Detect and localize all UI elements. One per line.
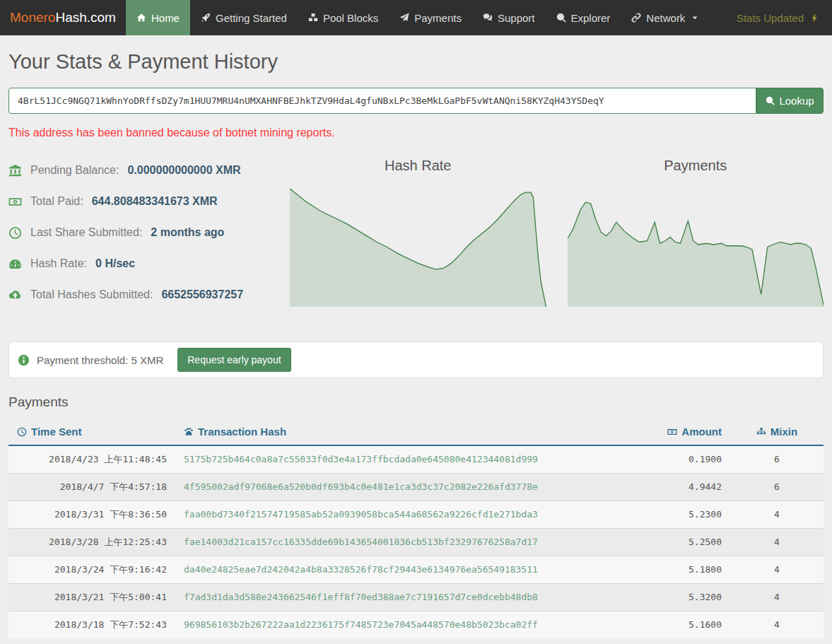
comments-icon [483,13,493,23]
payment-row: 2018/3/21 下午5:00:41 f7ad3d1da3d588e24366… [8,583,824,611]
nav-item-pool-blocks[interactable]: Pool Blocks [298,0,389,35]
time-sent-cell: 2018/3/18 下午7:52:43 [8,611,175,638]
mixin-cell: 4 [730,556,824,583]
stat-label: Total Hashes Submitted: [30,288,153,301]
time-sent-cell: 2018/3/31 下午8:36:50 [8,500,175,528]
transaction-hash-link[interactable]: fae14003d21ca157cc16335dde69b14365400183… [175,528,631,556]
stat-value: 2 months ago [151,226,224,239]
stat-last-share: Last Share Submitted: 2 months ago [8,217,290,248]
sitemap-icon [756,427,766,437]
stat-label: Last Share Submitted: [30,226,142,239]
home-icon [136,13,146,23]
amount-cell: 5.1600 [631,611,730,638]
search-icon [556,13,566,23]
nav-item-support[interactable]: Support [472,0,546,35]
transaction-hash-link[interactable]: f7ad3d1da3d588e243662546f1eff8f70ed388ae… [175,583,631,611]
stat-total-paid: Total Paid: 644.808483341673 XMR [8,186,290,217]
search-icon [766,96,775,105]
nav-label: Explorer [571,12,611,24]
amount-cell: 5.2300 [631,500,730,528]
stat-label: Total Paid: [30,195,83,208]
rocket-icon [201,13,211,23]
amount-cell: 5.1800 [631,556,730,583]
stats-list: Pending Balance: 0.000000000000 XMR Tota… [8,155,290,310]
hash-rate-chart [290,182,546,307]
table-header-row: Time Sent Transaction Hash Amount Mixin [8,419,824,445]
col-header-transaction-hash[interactable]: Transaction Hash [175,419,631,445]
stat-total-hashes: Total Hashes Submitted: 6652556937257 [8,279,290,310]
link-icon [631,13,641,23]
nav-item-home[interactable]: Home [126,0,190,35]
amount-cell: 5.2500 [631,528,730,556]
chart-title: Hash Rate [290,158,546,174]
mixin-cell: 6 [730,445,824,473]
info-icon [18,354,30,366]
nav-label: Payments [414,12,462,24]
mixin-cell: 6 [730,473,824,500]
page-title: Your Stats & Payment History [8,50,824,74]
amount-cell: 4.9442 [631,473,730,500]
transaction-hash-link[interactable]: 4f595002adf97068e6a520b0df693b4c0e481e1c… [175,473,631,500]
col-header-time-sent[interactable]: Time Sent [8,419,175,445]
cloud-upload-icon [8,288,22,302]
payments-chart [568,182,824,307]
address-lookup: Lookup [8,88,824,114]
stat-label: Hash Rate: [30,257,87,270]
charts-area: Hash Rate Payments [290,155,824,310]
banned-message: This address has been banned because of … [8,127,824,139]
nav-menu: Home Getting Started Pool Blocks Payment… [126,0,709,35]
transaction-hash-link[interactable]: faa00bd7340f21574719585ab52a0939058bca54… [175,500,631,528]
lookup-button[interactable]: Lookup [756,88,824,114]
hash-rate-chart-panel: Hash Rate [290,155,546,310]
transaction-hash-link[interactable]: da40e24825eae7d242042a4b8a3328526f78cf29… [175,556,631,583]
stat-hash-rate: Hash Rate: 0 H/sec [8,248,290,279]
payment-row: 2018/4/7 下午4:57:18 4f595002adf97068e6a52… [8,473,824,500]
brand-part2: Hash.com [55,10,116,25]
request-early-payout-button[interactable]: Request early payout [177,348,291,372]
address-input[interactable] [8,88,756,114]
bolt-icon [810,13,819,23]
paw-icon [184,427,194,437]
payment-threshold-banner: Payment threshold: 5 XMR Request early p… [8,341,824,378]
stat-value: 0.000000000000 XMR [127,164,240,177]
payments-heading: Payments [8,394,824,410]
bank-icon [8,164,22,177]
navbar: MoneroHash.com Home Getting Started Pool… [0,0,832,35]
payments-chart-panel: Payments [568,155,824,310]
mixin-cell: 4 [730,500,824,528]
nav-item-payments[interactable]: Payments [389,0,472,35]
nav-label: Network [646,12,685,24]
stats-updated-label: Stats Updated [737,12,804,24]
clock-icon [17,427,27,437]
payment-row: 2018/3/24 下午9:16:42 da40e24825eae7d24204… [8,556,824,583]
nav-item-network[interactable]: Network [621,0,709,35]
money-icon [667,427,677,437]
nav-label: Pool Blocks [323,12,378,24]
transaction-hash-link[interactable]: 969856103b2b267222aa1d2236175f7485723e70… [175,611,631,638]
stat-label: Pending Balance: [30,164,119,177]
payments-table: Time Sent Transaction Hash Amount Mixin … [8,419,824,638]
stat-pending-balance: Pending Balance: 0.000000000000 XMR [8,155,290,186]
time-sent-cell: 2018/3/24 下午9:16:42 [8,556,175,583]
payment-row: 2018/3/31 下午8:36:50 faa00bd7340f21574719… [8,500,824,528]
nav-label: Home [151,12,180,24]
brand-logo[interactable]: MoneroHash.com [0,0,126,35]
nav-label: Getting Started [216,12,287,24]
col-header-mixin[interactable]: Mixin [730,419,824,445]
payment-row: 2018/4/23 上午11:48:45 5175b725b464c0a8a7c… [8,445,824,473]
clock-icon [8,226,22,240]
nav-item-explorer[interactable]: Explorer [546,0,621,35]
brand-part1: Monero [10,10,55,25]
mixin-cell: 4 [730,528,824,556]
lookup-button-label: Lookup [779,95,814,107]
stat-value: 0 H/sec [95,257,135,270]
nav-item-getting-started[interactable]: Getting Started [190,0,298,35]
chart-title: Payments [568,158,824,174]
mixin-cell: 4 [730,611,824,638]
col-header-amount[interactable]: Amount [631,419,730,445]
stats-updated-indicator: Stats Updated [737,0,832,35]
main-content: Your Stats & Payment History Lookup This… [0,50,832,638]
transaction-hash-link[interactable]: 5175b725b464c0a8a7c55033f0d3e4a173ffbcda… [175,445,631,473]
amount-cell: 0.1900 [631,445,730,473]
time-sent-cell: 2018/4/23 上午11:48:45 [8,445,175,473]
